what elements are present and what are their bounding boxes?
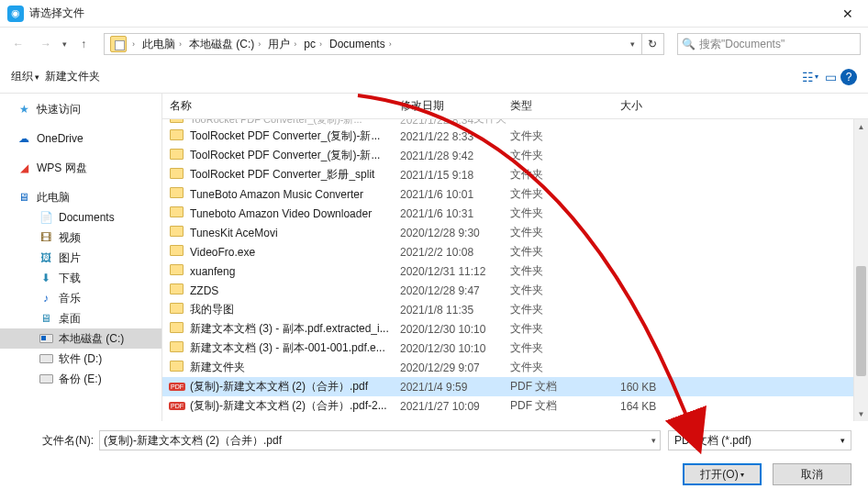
open-button[interactable]: 打开(O)▾ — [683, 463, 762, 485]
column-name[interactable]: 名称 — [170, 98, 400, 114]
back-button[interactable]: ← — [7, 33, 29, 55]
nav-item[interactable]: 🖥桌面 — [0, 308, 161, 328]
file-list[interactable]: TooRocket PDF Converter_(复制)-新... 2021/1… — [162, 119, 868, 421]
table-row[interactable]: PDF(复制)-新建文本文档 (2)（合并）.pdf-2...2021/1/27… — [162, 396, 868, 416]
nav-wps[interactable]: ◢WPS 网盘 — [0, 158, 161, 178]
breadcrumb-segment[interactable]: pc› — [300, 34, 326, 54]
table-row[interactable]: 新建文本文档 (3) - 副本-001-001.pdf.e...2020/12/… — [162, 339, 868, 358]
filename-input[interactable]: (复制)-新建文本文档 (2)（合并）.pdf▾ — [99, 430, 661, 450]
nav-item[interactable]: 本地磁盘 (C:) — [0, 328, 161, 349]
breadcrumb-segment[interactable]: 用户› — [264, 34, 300, 54]
up-button[interactable]: ↑ — [72, 33, 95, 55]
column-size[interactable]: 大小 — [620, 98, 730, 114]
table-row[interactable]: 新建文件夹2020/12/29 9:07文件夹 — [162, 358, 868, 377]
view-options-icon[interactable]: ☷▾ — [800, 67, 820, 87]
nav-onedrive[interactable]: ☁OneDrive — [0, 128, 161, 149]
nav-item[interactable]: 🎞视频 — [0, 228, 161, 248]
table-row[interactable]: 我的导图2021/1/8 11:35文件夹 — [162, 300, 868, 319]
scroll-up-icon[interactable]: ▲ — [854, 119, 868, 134]
scrollbar[interactable]: ▲ ▼ — [853, 119, 868, 421]
table-row[interactable]: ToolRocket PDF Converter_(复制)-新...2021/1… — [162, 146, 868, 165]
table-row[interactable]: PDF(复制)-新建文本文档 (2)（合并）.pdf2021/1/4 9:59P… — [162, 377, 868, 396]
address-bar[interactable]: › 此电脑› 本地磁盘 (C:)› 用户› pc› Documents› ▾ ↻ — [104, 33, 664, 55]
filename-label: 文件名(N): — [17, 433, 99, 449]
breadcrumb-segment[interactable]: Documents› — [326, 34, 395, 54]
address-dropdown-icon[interactable]: ▾ — [623, 39, 641, 49]
refresh-icon[interactable]: ↻ — [641, 34, 662, 54]
history-dropdown[interactable]: ▾ — [62, 39, 67, 49]
forward-button[interactable]: → — [35, 33, 57, 55]
nav-item[interactable]: 🖼图片 — [0, 248, 161, 268]
table-row[interactable]: Tuneboto Amazon Video Downloader2021/1/6… — [162, 204, 868, 223]
help-icon[interactable]: ? — [840, 69, 857, 85]
preview-pane-icon[interactable]: ▭ — [820, 67, 840, 87]
column-date[interactable]: 修改日期 — [400, 98, 510, 114]
nav-item[interactable]: ⬇下载 — [0, 268, 161, 288]
close-icon[interactable]: ✕ — [827, 0, 868, 27]
scroll-down-icon[interactable]: ▼ — [854, 406, 868, 421]
table-row[interactable]: VideoFro.exe2021/2/2 10:08文件夹 — [162, 242, 868, 261]
table-row[interactable]: ToolRocket PDF Converter_影册_split2021/1/… — [162, 165, 868, 184]
file-type-filter[interactable]: PDF文档 (*.pdf)▾ — [668, 430, 851, 450]
table-row[interactable]: 新建文本文档 (3) - 副本.pdf.extracted_i...2020/1… — [162, 319, 868, 339]
breadcrumb-segment[interactable]: 此电脑› — [139, 34, 185, 54]
breadcrumb-segment[interactable]: 本地磁盘 (C:)› — [185, 34, 264, 54]
nav-item[interactable]: 软件 (D:) — [0, 349, 161, 369]
new-folder-button[interactable]: 新建文件夹 — [45, 69, 100, 84]
nav-item[interactable]: 备份 (E:) — [0, 369, 161, 389]
search-input[interactable]: 🔍 搜索"Documents" — [677, 33, 861, 55]
nav-quick-access[interactable]: ★快速访问 — [0, 99, 161, 119]
nav-item[interactable]: 📄Documents — [0, 207, 161, 228]
list-header: 名称 修改日期 类型 大小 — [162, 94, 868, 119]
table-row[interactable]: xuanfeng2020/12/31 11:12文件夹 — [162, 261, 868, 281]
table-row[interactable]: TunesKit AceMovi2020/12/28 9:30文件夹 — [162, 223, 868, 242]
nav-item[interactable]: ♪音乐 — [0, 288, 161, 308]
table-row[interactable]: ZZDS2020/12/28 9:47文件夹 — [162, 281, 868, 300]
search-icon: 🔍 — [682, 38, 696, 50]
navigation-pane: ★快速访问 ☁OneDrive ◢WPS 网盘 🖥此电脑 📄Documents🎞… — [0, 94, 162, 421]
column-type[interactable]: 类型 — [510, 98, 620, 114]
table-row[interactable]: TooRocket PDF Converter_(复制)-新... 2021/1… — [162, 119, 868, 127]
window-title: 请选择文件 — [29, 6, 827, 21]
app-icon: ◉ — [7, 6, 24, 22]
table-row[interactable]: TuneBoto Amazon Music Converter2021/1/6 … — [162, 184, 868, 204]
table-row[interactable]: ToolRocket PDF Converter_(复制)-新...2021/1… — [162, 127, 868, 146]
organize-menu[interactable]: 组织▾ — [11, 69, 39, 84]
nav-this-pc[interactable]: 🖥此电脑 — [0, 187, 161, 207]
folder-icon — [110, 36, 127, 52]
scrollbar-thumb[interactable] — [856, 266, 866, 376]
cancel-button[interactable]: 取消 — [773, 463, 851, 485]
